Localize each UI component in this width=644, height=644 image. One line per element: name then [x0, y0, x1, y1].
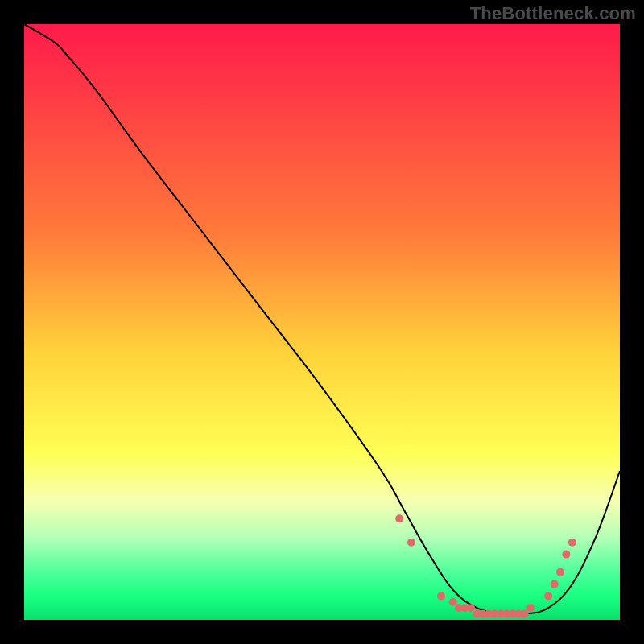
marker-dot	[437, 592, 445, 600]
marker-dot	[568, 539, 576, 547]
plot-svg	[24, 24, 620, 620]
marker-dot	[467, 604, 475, 612]
marker-dot	[407, 539, 415, 547]
marker-dot	[521, 610, 529, 618]
marker-dot	[551, 580, 559, 588]
marker-dot	[449, 598, 457, 606]
plot-area	[24, 24, 620, 620]
marker-dot	[562, 551, 570, 559]
watermark-label: TheBottleneck.com	[470, 3, 636, 24]
marker-dot	[526, 604, 535, 612]
chart-frame: TheBottleneck.com	[0, 0, 644, 644]
marker-dot	[556, 568, 564, 576]
marker-dot	[395, 514, 403, 522]
marker-dot	[544, 592, 552, 600]
